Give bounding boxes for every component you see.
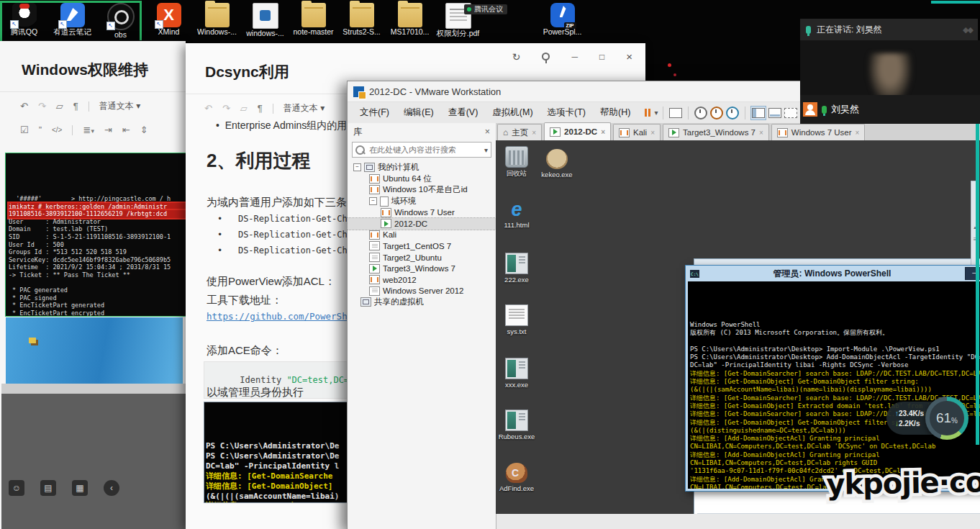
tab-close-icon[interactable]: ×	[650, 129, 655, 137]
paragraph-style-select[interactable]: 普通文本 ▾	[99, 100, 140, 112]
redo-icon[interactable]: ↷	[222, 103, 230, 114]
desktop-icon-struts2[interactable]: Struts2-S...	[337, 1, 386, 42]
desktop-icon-ms17010[interactable]: MS17010...	[386, 1, 434, 42]
show-library-button[interactable]	[750, 106, 766, 120]
emoji-button[interactable]: ☺	[9, 480, 24, 496]
take-snapshot-button[interactable]	[694, 107, 708, 119]
eraser-icon[interactable]: ▱	[240, 103, 248, 114]
powershell-window[interactable]: C:\ 管理员: Windows PowerShell ─ □ × Window…	[685, 265, 980, 492]
format-painter-icon[interactable]: ¶	[258, 103, 263, 114]
guest-icon-sys-txt[interactable]: sys.txt	[497, 304, 536, 335]
tree-item-target2-ubuntu[interactable]: Target2_Ubuntu	[348, 252, 496, 263]
desktop-icon-youdao[interactable]: ↖ 有道云笔记	[48, 1, 96, 42]
guest-icon-222-exe[interactable]: 222.exe	[497, 253, 536, 284]
cpu-usage-circle[interactable]: 61%	[925, 397, 968, 440]
guest-icon-adfind-exe[interactable]: AdFind.exe	[497, 463, 536, 492]
tree-item-windows10[interactable]: Windows 10不是自己id	[348, 184, 496, 196]
menu-tabs[interactable]: 选项卡(T)	[541, 104, 592, 122]
desktop-icon-qq[interactable]: ↖ 腾讯QQ	[0, 1, 48, 42]
menu-help[interactable]: 帮助(H)	[594, 104, 637, 122]
powershell-console[interactable]: Windows PowerShell版权所有 (C) 2013 Microsof…	[688, 281, 980, 489]
fullscreen-button[interactable]	[784, 107, 798, 119]
format-painter-icon[interactable]: ¶	[73, 101, 78, 112]
minimize-icon[interactable]: ─	[571, 52, 578, 62]
eraser-icon[interactable]: ▱	[56, 101, 63, 112]
manage-snapshot-icon	[726, 107, 739, 119]
ctrl-alt-del-button[interactable]	[668, 107, 683, 119]
vm-paused-icon	[777, 128, 788, 137]
tab-windows7-user[interactable]: Windows 7 User ×	[771, 124, 866, 140]
divider	[688, 107, 689, 119]
indent-decrease-icon[interactable]: ⇤	[122, 125, 130, 135]
guest-icon-rubeus-exe[interactable]: Rubeus.exe	[497, 410, 536, 440]
desktop-icon-note-master[interactable]: note-master	[289, 1, 337, 42]
refresh-icon[interactable]: ↻	[512, 51, 521, 63]
tree-item-shared-vms[interactable]: 共享的虚拟机	[348, 297, 496, 308]
horizontal-scrollbar[interactable]: ◂ ▸	[697, 513, 980, 514]
guest-icon-kekeo-exe[interactable]: kekeo.exe	[537, 149, 576, 178]
tree-item-web2012[interactable]: web2012	[348, 274, 496, 286]
collapse-button[interactable]: ‹	[104, 480, 119, 496]
meeting-video-feed[interactable]	[800, 40, 980, 95]
desktop-icon-obs[interactable]: ↖ obs	[96, 1, 145, 42]
tree-item-windows7-user[interactable]: Windows 7 User	[348, 207, 496, 218]
guest-icon-xxx-exe[interactable]: xxx.exe	[497, 358, 536, 389]
paragraph-style-select[interactable]: 普通文本 ▾	[283, 102, 325, 114]
collapse-icon[interactable]: −	[353, 163, 361, 171]
tab-close-icon[interactable]: ×	[759, 129, 763, 137]
meeting-status-pill[interactable]: 腾讯会议	[464, 4, 507, 14]
manage-snapshot-button[interactable]	[725, 107, 740, 119]
tree-item-my-computer[interactable]: − 我的计算机	[348, 162, 496, 173]
checkbox-icon[interactable]: ☑	[20, 125, 29, 135]
tree-item-target1-centos[interactable]: Target1_CentOS 7	[348, 240, 496, 252]
indent-increase-icon[interactable]: ⇥	[104, 125, 112, 135]
collapse-icon[interactable]: −	[369, 197, 377, 205]
tab-close-icon[interactable]: ×	[532, 129, 536, 137]
undo-icon[interactable]: ↶	[20, 101, 28, 112]
library-close-icon[interactable]: ×	[485, 127, 490, 137]
menu-edit[interactable]: 编辑(E)	[397, 104, 440, 122]
console-view-button[interactable]	[768, 107, 782, 119]
power-dropdown-caret[interactable]: ▾	[654, 109, 658, 117]
quote-icon[interactable]: ”	[39, 125, 42, 135]
tab-home[interactable]: ⌂ 主页 ×	[497, 124, 542, 140]
close-icon[interactable]: ×	[626, 50, 632, 63]
undo-icon[interactable]: ↶	[204, 103, 212, 114]
tab-close-icon[interactable]: ×	[601, 128, 605, 136]
power-pause-button[interactable]	[638, 107, 653, 119]
desktop-icon-windows-pyfile[interactable]: windows-...	[241, 1, 289, 42]
tree-item-2012-dc[interactable]: 2012-DC	[348, 218, 496, 230]
tab-target3-windows7[interactable]: Target3_Windows 7 ×	[663, 124, 769, 140]
maximize-icon[interactable]: □	[599, 52, 604, 62]
tab-2012-dc[interactable]: 2012-DC ×	[544, 122, 611, 140]
desktop-icon-windows-folder[interactable]: Windows-...	[193, 1, 241, 42]
tree-item-kali[interactable]: Kali	[348, 230, 496, 241]
vm-guest-screen[interactable]: 回收站 e 111.html 222.exe sys.txt xxx.exe R…	[496, 140, 980, 514]
tree-item-windows-server-2012[interactable]: Windows Server 2012	[348, 286, 496, 297]
align-icon[interactable]: ≣▾	[83, 125, 94, 135]
desktop-icon-powersploit[interactable]: ZIP PowerSpl...	[538, 3, 586, 36]
menu-view[interactable]: 查看(V)	[442, 104, 485, 122]
tree-item-domain-env[interactable]: − 域环境	[348, 196, 496, 207]
revert-snapshot-button[interactable]	[709, 107, 724, 119]
guest-icon-recycle-bin[interactable]: 回收站	[497, 146, 536, 178]
redo-icon[interactable]: ↷	[38, 101, 46, 112]
tab-close-icon[interactable]: ×	[856, 129, 860, 137]
library-search-input[interactable]	[368, 145, 481, 155]
tree-item-target3-windows7[interactable]: Target3_Windows 7	[348, 263, 496, 274]
meeting-participant-row[interactable]: 刘昊然	[800, 95, 980, 124]
desktop-icon-xmind[interactable]: ↖ XMind	[145, 1, 193, 42]
menu-file[interactable]: 文件(F)	[353, 104, 396, 122]
tab-kali[interactable]: Kali ×	[613, 124, 661, 140]
guest-icon-111-html[interactable]: e 111.html	[497, 199, 536, 229]
menu-vm[interactable]: 虚拟机(M)	[486, 104, 539, 122]
powershell-titlebar[interactable]: C:\ 管理员: Windows PowerShell ─ □ ×	[686, 266, 980, 281]
tree-item-ubuntu64[interactable]: Ubuntu 64 位	[348, 173, 496, 185]
pin-icon[interactable]	[542, 53, 550, 60]
library-search[interactable]: ▾	[352, 142, 491, 158]
card-button[interactable]: ▦	[72, 480, 88, 496]
code-icon[interactable]: </>	[52, 126, 62, 134]
line-spacing-icon[interactable]: ⇕	[140, 125, 148, 135]
search-caret-icon[interactable]: ▾	[484, 146, 488, 154]
grid-button[interactable]: ▤	[40, 480, 56, 496]
